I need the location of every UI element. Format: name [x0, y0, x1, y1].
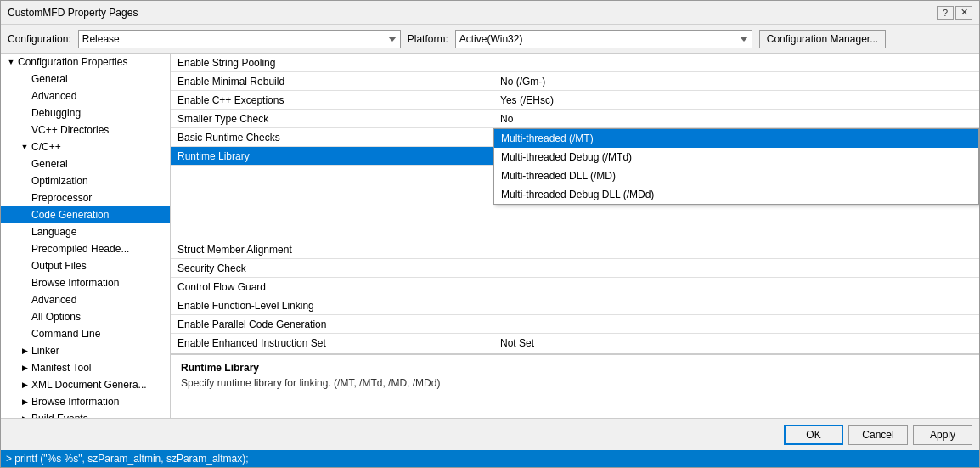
sidebar-item-label: VC++ Directories [31, 124, 109, 136]
dropdown-overlay: Multi-threaded (/MT) Multi-threaded Debu… [493, 128, 979, 205]
prop-name: Struct Member Alignment [171, 244, 493, 256]
prop-row-function-level-linking[interactable]: Enable Function-Level Linking [171, 296, 979, 315]
platform-label: Platform: [408, 33, 448, 45]
prop-name: Control Flow Guard [171, 281, 493, 293]
sidebar-item-output-files[interactable]: Output Files [1, 257, 170, 274]
prop-row-security-check[interactable]: Security Check [171, 259, 979, 278]
sidebar-item-label: Preprocessor [31, 192, 92, 204]
expand-icon: ▶ [18, 361, 31, 375]
prop-row-enable-minimal-rebuild[interactable]: Enable Minimal Rebuild No (/Gm-) [171, 72, 979, 91]
sidebar-item-label: Debugging [31, 107, 81, 119]
sidebar-item-label: C/C++ [31, 141, 61, 153]
config-manager-button[interactable]: Configuration Manager... [759, 30, 886, 48]
sidebar-item-language[interactable]: Language [1, 223, 170, 240]
dialog: CustomMFD Property Pages ? ✕ Configurati… [0, 0, 980, 468]
sidebar-item-label: Browse Information [31, 277, 119, 289]
sidebar-item-label: Output Files [31, 260, 87, 272]
dropdown-item-md[interactable]: Multi-threaded DLL (/MD) [494, 166, 978, 185]
sidebar-item-xml-document[interactable]: ▶ XML Document Genera... [1, 376, 170, 393]
prop-name: Enable Enhanced Instruction Set [171, 337, 493, 349]
sidebar-item-label: Configuration Properties [18, 56, 127, 68]
sidebar-item-manifest-tool[interactable]: ▶ Manifest Tool [1, 359, 170, 376]
properties-panel: Enable String Pooling Enable Minimal Reb… [171, 54, 979, 418]
prop-name: Enable Function-Level Linking [171, 300, 493, 312]
expand-icon: ▼ [18, 140, 31, 154]
sidebar-item-label: General [31, 73, 68, 85]
prop-row-floating-point-model[interactable]: Floating Point Model Fast (/fp:fast) [171, 352, 979, 354]
main-content: ▼ Configuration Properties General Advan… [1, 54, 979, 418]
prop-name: Enable Minimal Rebuild [171, 76, 493, 87]
sidebar-item-label: XML Document Genera... [31, 379, 147, 391]
prop-name: Runtime Library [171, 150, 493, 162]
sidebar-item-code-generation[interactable]: Code Generation [1, 206, 170, 223]
sidebar-item-cpp-advanced[interactable]: Advanced [1, 291, 170, 308]
prop-row-smaller-type-check[interactable]: Smaller Type Check No [171, 110, 979, 128]
sidebar-item-debugging[interactable]: Debugging [1, 104, 170, 121]
prop-value: Yes (/EHsc) [493, 94, 979, 106]
help-button[interactable]: ? [937, 6, 954, 20]
sidebar-item-browse-info-top[interactable]: ▶ Browse Information [1, 393, 170, 410]
prop-row-enable-string-pooling[interactable]: Enable String Pooling [171, 54, 979, 72]
prop-name: Enable C++ Exceptions [171, 94, 493, 106]
prop-value: No (/Gm-) [493, 76, 979, 87]
prop-value: No [493, 113, 979, 125]
sidebar-item-label: Manifest Tool [31, 362, 91, 374]
sidebar-item-label: Advanced [31, 294, 76, 306]
prop-row-enhanced-instruction-set[interactable]: Enable Enhanced Instruction Set Not Set [171, 334, 979, 352]
prop-name: Basic Runtime Checks [171, 132, 493, 144]
config-select[interactable]: Release [78, 30, 401, 48]
sidebar-item-all-options[interactable]: All Options [1, 308, 170, 325]
prop-name: Security Check [171, 262, 493, 274]
expand-icon: ▶ [18, 395, 31, 409]
sidebar-item-command-line[interactable]: Command Line [1, 325, 170, 342]
sidebar[interactable]: ▼ Configuration Properties General Advan… [1, 54, 171, 418]
properties-grid: Enable String Pooling Enable Minimal Reb… [171, 54, 979, 354]
dropdown-item-mt[interactable]: Multi-threaded (/MT) [494, 129, 978, 148]
dropdown-item-mdd[interactable]: Multi-threaded Debug DLL (/MDd) [494, 185, 978, 204]
platform-select[interactable]: Active(Win32) [455, 30, 752, 48]
prop-row-enable-cpp-exceptions[interactable]: Enable C++ Exceptions Yes (/EHsc) [171, 91, 979, 110]
dropdown-item-mtd[interactable]: Multi-threaded Debug (/MTd) [494, 148, 978, 166]
config-label: Configuration: [8, 33, 71, 45]
sidebar-item-general[interactable]: General [1, 70, 170, 87]
expand-icon: ▶ [18, 344, 31, 358]
apply-button[interactable]: Apply [913, 425, 972, 445]
window-title: CustomMFD Property Pages [8, 7, 138, 19]
sidebar-item-browse-information[interactable]: Browse Information [1, 274, 170, 291]
close-button[interactable]: ✕ [955, 6, 972, 20]
description-panel: Runtime Library Specify runtime library … [171, 354, 979, 418]
prop-row-control-flow-guard[interactable]: Control Flow Guard [171, 278, 979, 296]
prop-name: Enable String Pooling [171, 57, 493, 69]
sidebar-item-linker[interactable]: ▶ Linker [1, 342, 170, 359]
sidebar-item-label: Advanced [31, 90, 76, 102]
prop-name: Smaller Type Check [171, 113, 493, 125]
description-text: Specify runtime library for linking. (/M… [181, 377, 969, 389]
sidebar-item-label: General [31, 158, 68, 170]
cancel-button[interactable]: Cancel [848, 425, 908, 445]
sidebar-item-cpp[interactable]: ▼ C/C++ [1, 138, 170, 155]
description-title: Runtime Library [181, 362, 969, 374]
sidebar-item-label: All Options [31, 311, 81, 323]
sidebar-item-build-events[interactable]: ▶ Build Events [1, 410, 170, 418]
sidebar-item-label: Optimization [31, 175, 88, 187]
status-bar: > printf ("%s %s", szParam_altmin, szPar… [1, 450, 979, 467]
sidebar-item-vc-directories[interactable]: VC++ Directories [1, 121, 170, 138]
sidebar-item-configuration-properties[interactable]: ▼ Configuration Properties [1, 54, 170, 70]
sidebar-item-cpp-general[interactable]: General [1, 155, 170, 172]
sidebar-item-preprocessor[interactable]: Preprocessor [1, 189, 170, 206]
sidebar-item-label: Browse Information [31, 396, 119, 408]
sidebar-item-label: Language [31, 226, 76, 238]
title-bar-buttons: ? ✕ [937, 6, 972, 20]
prop-row-struct-member-alignment[interactable]: Struct Member Alignment [171, 240, 979, 259]
sidebar-item-precompiled-headers[interactable]: Precompiled Heade... [1, 240, 170, 257]
sidebar-item-advanced[interactable]: Advanced [1, 87, 170, 104]
status-text: > printf ("%s %s", szParam_altmin, szPar… [6, 453, 249, 465]
prop-name: Enable Parallel Code Generation [171, 319, 493, 330]
expand-icon: ▶ [18, 412, 31, 418]
title-bar: CustomMFD Property Pages ? ✕ [1, 1, 979, 25]
sidebar-item-label: Code Generation [31, 209, 109, 221]
sidebar-item-optimization[interactable]: Optimization [1, 172, 170, 189]
ok-button[interactable]: OK [784, 425, 843, 445]
prop-row-parallel-code-generation[interactable]: Enable Parallel Code Generation [171, 315, 979, 334]
sidebar-item-label: Precompiled Heade... [31, 243, 129, 255]
